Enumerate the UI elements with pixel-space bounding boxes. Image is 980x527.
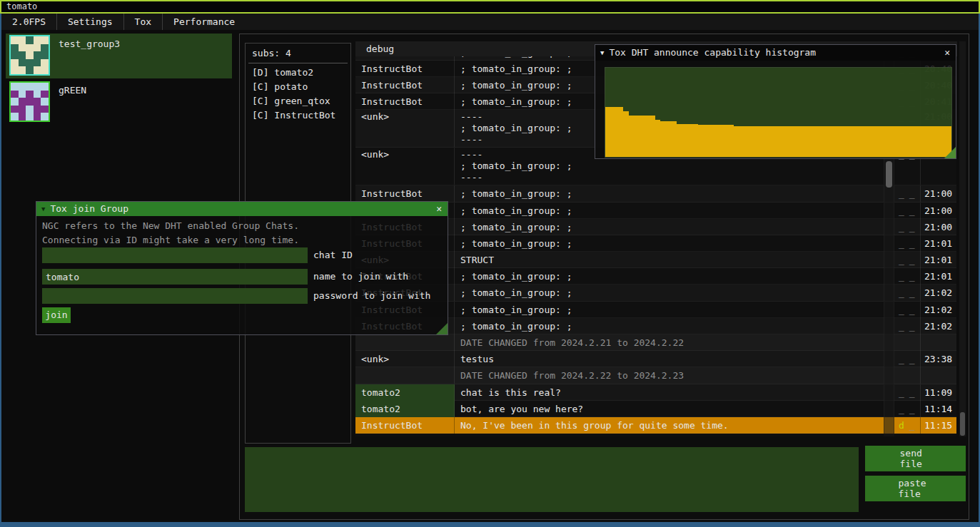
flag-empty: _ [899,287,904,298]
paste-file-label-line2: file [899,488,933,499]
join-name-label: name to join with [313,271,408,282]
chat-row: <unk>testus__23:38 [355,351,956,367]
histogram-window-titlebar[interactable]: ▼ Tox DHT announce capability histogram … [595,45,956,61]
flag-empty: _ [899,354,904,364]
avatar-pixel [41,36,49,44]
join-group-window-titlebar[interactable]: ▼ Tox join Group ✕ [36,202,448,216]
avatar-pixel [11,36,19,44]
chat-id-label: chat ID [313,250,353,260]
chat-row-message: STRUCT [455,252,884,268]
join-password-input[interactable] [42,288,308,304]
menu-item-performance[interactable]: Performance [163,14,246,30]
window-scrollbar-track[interactable] [959,41,966,436]
menu-item-tox[interactable]: Tox [124,14,162,30]
chat-row-time: 21:01 [921,235,956,252]
flag-empty: _ [909,420,915,431]
join-group-window-title: Tox join Group [50,202,128,216]
avatar-pixel [34,44,41,52]
window-scrollbar-handle[interactable] [960,412,965,436]
join-description-line2: Connecting via ID might take a very long… [42,235,299,245]
chat-row-time: 21:01 [921,252,956,268]
chat-row-flags: __ [894,203,921,219]
chat-row-message: chat is this real? [455,384,884,401]
chat-row-time: 21:02 [921,285,956,301]
join-button[interactable]: join [42,307,71,323]
send-file-button[interactable]: send file [865,446,966,471]
avatar-pixel [19,66,26,74]
chat-row-message: ; tomato_in_group: ; [455,185,884,202]
flag-empty: _ [909,287,915,298]
chat-row-flags: __ [894,318,921,334]
chat-row-message: ; tomato_in_group: ; [455,235,884,252]
chat-scrollbar-handle[interactable] [886,161,892,188]
collapse-icon[interactable]: ▼ [41,202,45,216]
message-input[interactable] [245,447,859,512]
close-icon[interactable]: ✕ [944,45,950,61]
avatar-pixel [19,83,26,91]
collapse-icon[interactable]: ▼ [600,45,604,61]
histogram-bar [677,124,699,157]
flag-empty: _ [909,354,915,364]
avatar-pixel [41,44,49,52]
flag-empty: _ [899,387,904,398]
member-item[interactable]: [C] potato [246,80,350,94]
histogram-window-title: Tox DHT announce capability histogram [609,45,816,61]
chat-row-flags: __ [894,185,921,202]
chat-row-name: tomato2 [355,384,455,401]
flag-empty: _ [909,305,915,315]
avatar-pixel [11,91,19,98]
menu-item-settings[interactable]: Settings [57,14,123,30]
member-list: [D] tomato2[C] potato[C] green_qtox[C] I… [246,66,350,123]
resize-grip[interactable] [944,147,956,158]
paste-file-button[interactable]: paste file [865,476,966,501]
avatar-pixel [26,83,34,91]
avatar-pixel [19,113,26,121]
avatar-pixel [19,91,26,98]
resize-grip[interactable] [436,323,448,334]
join-name-input[interactable] [42,269,308,285]
join-group-window: ▼ Tox join Group ✕ NGC refers to the New… [36,201,448,335]
menu-bar: 2.0FPSSettingsToxPerformance [1,14,979,30]
member-item[interactable]: [C] green_qtox [246,94,350,108]
avatar-pixel [11,59,19,67]
member-item[interactable]: [D] tomato2 [246,66,350,80]
flag-empty: _ [909,205,915,216]
chat-row-name: InstructBot [355,417,455,434]
chat-row-message: testus [455,351,884,367]
avatar-pixel [26,91,34,98]
close-icon[interactable]: ✕ [436,202,442,216]
group-item-test_group3[interactable]: test_group3 [6,34,232,78]
chat-id-input[interactable] [42,247,308,263]
avatar-pixel [11,66,19,74]
flag-empty: _ [899,321,904,332]
avatar-pixel [41,66,49,74]
chat-row-flags [894,367,921,384]
member-item[interactable]: [C] InstructBot [246,108,350,123]
send-file-label-line2: file [900,459,931,469]
chat-row-name: InstructBot [355,77,455,93]
window-title: tomato [6,1,37,11]
chat-row-name: tomato2 [355,401,455,417]
screen-frame-left [0,14,1,527]
group-item-gREEN[interactable]: gREEN [6,80,232,125]
avatar-pixel [41,59,49,67]
avatar-pixel [41,98,49,106]
flag-empty: _ [909,222,915,232]
chat-row-flags: __ [894,252,921,268]
chat-row: InstructBot; tomato_in_group: ;__21:00 [355,185,956,202]
avatar-pixel [26,113,34,121]
chat-row-message: bot, are you new here? [455,401,884,417]
avatar-pixel [11,44,19,52]
avatar-pixel [26,36,34,44]
group-name: gREEN [59,85,86,96]
chat-row-time: 11:09 [921,384,956,401]
tab-debug[interactable]: debug [355,44,394,54]
chat-row-message: ; tomato_in_group: ; [455,203,884,219]
app-window: tomato 2.0FPSSettingsToxPerformance test… [0,0,980,527]
avatar-pixel [34,36,41,44]
window-title-bar[interactable]: tomato [0,0,980,14]
chat-date-row: DATE CHANGED from 2024.2.21 to 2024.2.22 [355,334,956,351]
menu-item-2-0fps[interactable]: 2.0FPS [1,14,56,30]
group-avatar-icon [9,35,50,76]
chat-row-message: ; tomato_in_group: ; [455,219,884,235]
